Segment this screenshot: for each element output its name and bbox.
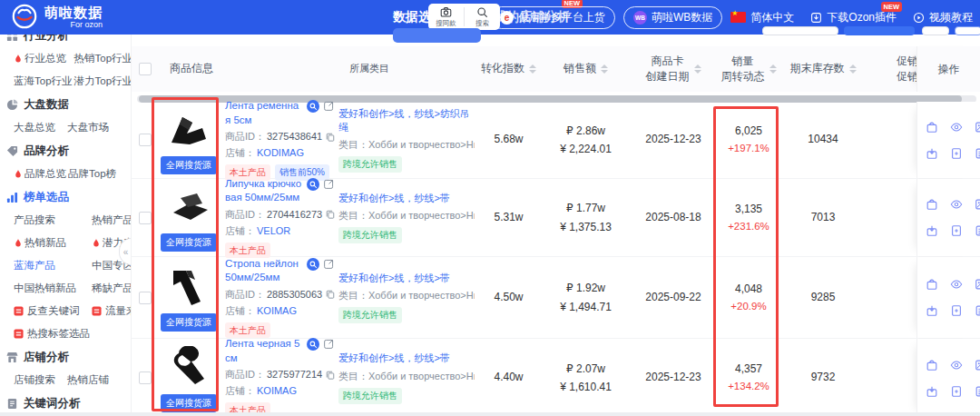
copy-icon[interactable] bbox=[326, 210, 335, 219]
sidebar-item-brand-top[interactable]: 品牌Top榜 bbox=[66, 163, 131, 185]
copy-icon[interactable] bbox=[326, 371, 335, 380]
product-title-link[interactable]: Липучка крючковая 50мм/25мм bbox=[225, 177, 303, 205]
col-card-created-date[interactable]: 商品卡创建日期 bbox=[629, 54, 718, 85]
external-link-icon[interactable] bbox=[323, 258, 335, 273]
col-ending-stock[interactable]: 期末库存数 bbox=[779, 61, 867, 76]
category-link[interactable]: 爱好和创作>线，纱线>纺织吊绳 bbox=[338, 107, 475, 135]
product-image[interactable] bbox=[161, 344, 217, 390]
sidebar-item-industry-overview[interactable]: 行业总览 bbox=[0, 47, 73, 70]
import-bag-icon[interactable] bbox=[926, 304, 938, 317]
sort-control[interactable] bbox=[769, 64, 777, 74]
sidebar-section-market[interactable]: 大盘数据 bbox=[0, 93, 131, 116]
find-similar-icon[interactable] bbox=[307, 178, 319, 194]
bag-icon[interactable] bbox=[926, 278, 938, 291]
sidebar-section-brand[interactable]: 品牌分析 bbox=[0, 139, 131, 163]
row-checkbox[interactable] bbox=[139, 292, 152, 304]
row-checkbox[interactable] bbox=[139, 134, 152, 146]
copy-icon[interactable] bbox=[326, 133, 335, 142]
store-link[interactable]: KOIMAG bbox=[257, 304, 297, 318]
copy-icon[interactable] bbox=[326, 290, 335, 299]
eye-icon[interactable] bbox=[950, 359, 963, 371]
sidebar-item-hot-stores[interactable]: 热销店铺 bbox=[65, 369, 131, 391]
photo-card-icon[interactable] bbox=[975, 359, 980, 371]
store-link[interactable]: VELOR bbox=[257, 224, 290, 238]
col-sales-amount[interactable]: 销售额 bbox=[543, 61, 629, 76]
find-similar-icon[interactable] bbox=[307, 100, 319, 116]
category-link[interactable]: 爱好和创作>线，纱线>带 bbox=[338, 352, 475, 365]
photo-card-icon[interactable] bbox=[975, 198, 980, 211]
sidebar-item-scarce-products[interactable]: 稀缺产品 bbox=[90, 277, 132, 300]
store-link[interactable]: KOIMAG bbox=[257, 384, 297, 398]
col-sales-turnover[interactable]: 销量周转动态 bbox=[718, 54, 779, 85]
doc-add-icon[interactable] bbox=[950, 385, 963, 398]
sidebar-item-bluesea-top-industry[interactable]: 蓝海Top行业 bbox=[0, 70, 73, 93]
product-image[interactable] bbox=[161, 106, 217, 152]
store-link[interactable]: KODIMAG bbox=[257, 146, 304, 160]
product-image[interactable] bbox=[161, 183, 217, 229]
find-supply-button[interactable]: 全网搜货源 bbox=[161, 394, 217, 412]
sidebar-item-hot-products[interactable]: 热销产品 bbox=[90, 209, 132, 232]
sidebar-item-hot-new-products[interactable]: 热销新品 bbox=[0, 232, 90, 254]
list-icon[interactable] bbox=[975, 385, 980, 398]
product-title-link[interactable]: Лента черная 5см bbox=[225, 337, 303, 365]
sidebar-section-store[interactable]: 店铺分析 bbox=[0, 345, 131, 369]
sidebar-item-reverse-keyword[interactable]: 反查关键词 bbox=[0, 300, 90, 322]
category-link[interactable]: 爱好和创作>线，纱线>带 bbox=[338, 192, 475, 205]
sidebar-item-hot-tag-selection[interactable]: 热搜标签选品 bbox=[0, 322, 90, 345]
eye-icon[interactable] bbox=[950, 198, 963, 211]
eye-icon[interactable] bbox=[950, 278, 963, 291]
bag-icon[interactable] bbox=[926, 359, 938, 371]
doc-add-icon[interactable] bbox=[950, 304, 963, 317]
external-link-icon[interactable] bbox=[323, 338, 335, 353]
bag-icon[interactable] bbox=[926, 121, 938, 134]
wb-data-button[interactable]: WB 萌啦WB数据 bbox=[623, 6, 722, 29]
external-link-icon[interactable] bbox=[323, 178, 335, 193]
list-icon[interactable] bbox=[975, 224, 980, 237]
sort-control[interactable] bbox=[849, 64, 857, 74]
sidebar-item-brand-overview[interactable]: 品牌总览 bbox=[0, 163, 66, 185]
doc-add-icon[interactable] bbox=[950, 224, 963, 237]
video-tutorial-button[interactable]: 视频教程 bbox=[913, 10, 973, 25]
list-icon[interactable] bbox=[975, 304, 980, 317]
product-title-link[interactable]: Стропа нейлон 50мм/25мм bbox=[225, 257, 303, 285]
sort-control[interactable] bbox=[694, 64, 701, 74]
doc-add-icon[interactable] bbox=[950, 147, 963, 160]
sidebar-item-product-search[interactable]: 产品搜索 bbox=[0, 209, 90, 232]
find-supply-button[interactable]: 全网搜货源 bbox=[161, 313, 217, 332]
sidebar-item-china-hot-new[interactable]: 中国热销新品 bbox=[0, 277, 90, 300]
photo-card-icon[interactable] bbox=[975, 121, 980, 134]
col-conversion-index[interactable]: 转化指数 bbox=[475, 61, 543, 76]
sort-control[interactable] bbox=[601, 64, 608, 74]
multi-platform-upload-button[interactable]: e 俄店掌多平台上货 bbox=[490, 6, 615, 29]
find-similar-icon[interactable] bbox=[307, 338, 319, 354]
row-checkbox[interactable] bbox=[139, 371, 152, 384]
bag-icon[interactable] bbox=[926, 198, 938, 211]
logo[interactable]: 萌啦数据 For ozon bbox=[11, 3, 103, 30]
list-icon[interactable] bbox=[975, 147, 980, 160]
product-image[interactable] bbox=[161, 263, 217, 309]
sidebar-section-ranking-selection[interactable]: 榜单选品 bbox=[0, 185, 131, 209]
sidebar-item-potential-top-industry[interactable]: 潜力Top行业 bbox=[73, 70, 132, 93]
search-same-item-button[interactable]: 搜同款 bbox=[428, 4, 464, 30]
external-link-icon[interactable] bbox=[323, 100, 335, 115]
sidebar-section-keyword[interactable]: 关键词分析 bbox=[0, 391, 131, 412]
sidebar-item-traffic-source[interactable]: 流量来源分析 bbox=[90, 300, 132, 322]
import-bag-icon[interactable] bbox=[926, 224, 938, 237]
find-similar-icon[interactable] bbox=[307, 258, 319, 274]
product-title-link[interactable]: Лента ременная 5см bbox=[225, 99, 303, 127]
sidebar-item-hot-top-industry[interactable]: 热销Top行业 bbox=[73, 47, 132, 70]
select-all-checkbox[interactable] bbox=[139, 63, 152, 75]
photo-card-icon[interactable] bbox=[975, 278, 980, 291]
import-bag-icon[interactable] bbox=[926, 147, 938, 160]
download-plugin-button[interactable]: NEW 下载Ozon插件 bbox=[810, 10, 897, 25]
row-checkbox[interactable] bbox=[139, 212, 152, 224]
find-supply-button[interactable]: 全网搜货源 bbox=[161, 233, 217, 252]
find-supply-button[interactable]: 全网搜货源 bbox=[161, 156, 217, 174]
sidebar-item-market-landscape[interactable]: 大盘市场 bbox=[65, 116, 131, 139]
import-bag-icon[interactable] bbox=[926, 385, 938, 398]
sidebar-item-bluesea-products[interactable]: 蓝海产品 bbox=[0, 254, 90, 277]
category-link[interactable]: 爱好和创作>线，纱线>带 bbox=[338, 272, 475, 285]
language-switcher[interactable]: ★ 简体中文 bbox=[730, 10, 794, 25]
sidebar-item-store-search[interactable]: 店铺搜索 bbox=[0, 369, 65, 391]
sidebar-item-market-overview[interactable]: 大盘总览 bbox=[0, 116, 65, 139]
